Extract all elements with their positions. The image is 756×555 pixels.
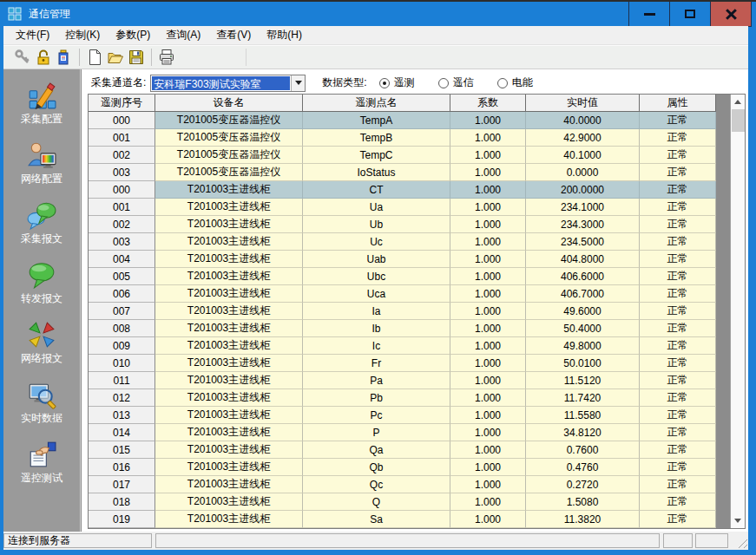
table-row[interactable]: 016T201003主进线柜Qb1.0000.4760正常 — [89, 459, 716, 476]
table-cell: 50.0100 — [526, 355, 640, 372]
unlock-button[interactable] — [33, 48, 54, 68]
table-cell: 015 — [89, 441, 155, 459]
table-row[interactable]: 001T201005变压器温控仪TempB1.00042.9000正常 — [89, 129, 716, 147]
table-body: 000T201005变压器温控仪TempA1.00040.0000正常001T2… — [89, 112, 716, 528]
sidebar-item-label: 实时数据 — [21, 411, 62, 426]
table-row[interactable]: 005T201003主进线柜Ubc1.000406.6000正常 — [89, 268, 716, 285]
table-cell: 正常 — [640, 216, 716, 233]
table-cell: 012 — [89, 389, 155, 407]
save-button[interactable] — [126, 48, 147, 68]
resize-grip[interactable] — [736, 537, 747, 548]
radio-telemetry[interactable]: 遥测 — [379, 75, 415, 90]
save-icon — [128, 49, 145, 66]
table-row[interactable]: 001T201003主进线柜Ua1.000234.1000正常 — [89, 199, 716, 216]
sidebar-item-collect-message[interactable]: 采集报文 — [3, 200, 80, 260]
table-row[interactable]: 006T201003主进线柜Uca1.000406.7000正常 — [89, 285, 716, 303]
table-cell: 1.000 — [450, 424, 526, 441]
table-row[interactable]: 008T201003主进线柜Ib1.00050.4000正常 — [89, 320, 716, 337]
menu-item-param[interactable]: 参数(P) — [108, 25, 158, 45]
column-header[interactable]: 系数 — [450, 95, 526, 112]
table-row[interactable]: 003T201005变压器温控仪IoStatus1.0000.0000正常 — [89, 164, 716, 181]
scrollbar-thumb[interactable] — [732, 109, 745, 132]
data-type-radio-group: 遥测遥信电能 — [379, 75, 556, 90]
menu-item-help[interactable]: 帮助(H) — [259, 25, 310, 45]
table-cell: 正常 — [640, 511, 716, 528]
table-cell: T201003主进线柜 — [155, 424, 303, 441]
table-cell: Fr — [303, 355, 450, 372]
table-row[interactable]: 004T201003主进线柜Uab1.000404.8000正常 — [89, 251, 716, 268]
table-row[interactable]: 015T201003主进线柜Qa1.0000.7600正常 — [89, 441, 716, 459]
column-header[interactable]: 设备名 — [155, 95, 303, 112]
table-cell: T201003主进线柜 — [155, 181, 303, 199]
table-cell: T201005变压器温控仪 — [155, 147, 303, 164]
sidebar-item-network-config[interactable]: 网络配置 — [3, 140, 80, 200]
new-file-button[interactable] — [84, 48, 105, 68]
table-cell: 1.000 — [450, 129, 526, 147]
table-row[interactable]: 007T201003主进线柜Ia1.00049.6000正常 — [89, 303, 716, 320]
table-row[interactable]: 010T201003主进线柜Fr1.00050.0100正常 — [89, 355, 716, 372]
scroll-up-button[interactable] — [731, 95, 746, 109]
combobox-dropdown-button[interactable] — [291, 75, 305, 91]
key-button[interactable] — [12, 48, 33, 68]
table-cell: 正常 — [640, 164, 716, 181]
column-header[interactable]: 遥测序号 — [89, 95, 155, 112]
menu-item-file[interactable]: 文件(F) — [8, 25, 57, 45]
table-cell: 404.8000 — [526, 251, 640, 268]
table-row[interactable]: 017T201003主进线柜Qc1.0000.2720正常 — [89, 476, 716, 493]
table-cell: 017 — [89, 476, 155, 493]
table-row[interactable]: 002T201005变压器温控仪TempC1.00040.1000正常 — [89, 147, 716, 164]
vertical-scrollbar[interactable] — [730, 95, 745, 528]
table-cell: Ua — [303, 199, 450, 216]
sidebar-item-forward-message[interactable]: 转发报文 — [3, 260, 80, 320]
table-cell: 11.7420 — [526, 389, 640, 407]
radio-circle-icon — [379, 78, 390, 88]
sidebar-item-realtime-data[interactable]: 实时数据 — [3, 380, 80, 440]
column-header[interactable]: 实时值 — [526, 95, 640, 112]
password-icon — [56, 49, 73, 66]
table-row[interactable]: 014T201003主进线柜P1.00034.8120正常 — [89, 424, 716, 441]
print-button[interactable] — [156, 48, 177, 68]
sidebar-item-collect-config[interactable]: 采集配置 — [3, 81, 80, 140]
table-cell: 1.000 — [450, 251, 526, 268]
table-cell: 50.4000 — [526, 320, 640, 337]
table-row[interactable]: 012T201003主进线柜Pb1.00011.7420正常 — [89, 389, 716, 407]
table-cell: 正常 — [640, 493, 716, 511]
table-row[interactable]: 003T201003主进线柜Uc1.000234.5000正常 — [89, 233, 716, 251]
table-cell: IoStatus — [303, 164, 450, 181]
channel-combobox[interactable]: 安科瑞F303测试实验室 — [150, 75, 306, 92]
table-row[interactable]: 002T201003主进线柜Ub1.000234.3000正常 — [89, 216, 716, 233]
table-cell: 正常 — [640, 320, 716, 337]
table-row[interactable]: 018T201003主进线柜Q1.0001.5080正常 — [89, 493, 716, 511]
table-row[interactable]: 009T201003主进线柜Ic1.00049.8000正常 — [89, 337, 716, 355]
table-cell: 0.4760 — [526, 459, 640, 476]
radio-energy[interactable]: 电能 — [497, 75, 533, 90]
forward-message-icon — [26, 260, 57, 290]
table-row[interactable]: 013T201003主进线柜Pc1.00011.5580正常 — [89, 407, 716, 424]
collect-config-icon — [26, 81, 57, 110]
table-cell: 1.000 — [450, 337, 526, 355]
close-button[interactable] — [710, 1, 752, 27]
minimize-button[interactable] — [628, 1, 670, 27]
menu-item-query[interactable]: 查询(A) — [158, 25, 208, 45]
sidebar-item-network-message[interactable]: 网络报文 — [3, 320, 80, 380]
radio-label: 电能 — [512, 75, 533, 90]
window-controls — [629, 1, 752, 27]
open-file-button[interactable] — [105, 48, 126, 68]
table-row[interactable]: 000T201005变压器温控仪TempA1.00040.0000正常 — [89, 112, 716, 129]
maximize-button[interactable] — [669, 1, 711, 27]
table-cell: 34.8120 — [526, 424, 640, 441]
menu-item-view[interactable]: 查看(V) — [208, 25, 259, 45]
arrow-down-icon — [734, 519, 741, 523]
password-button[interactable] — [54, 48, 75, 68]
table-cell: Qb — [303, 459, 450, 476]
column-header[interactable]: 属性 — [640, 95, 716, 112]
scroll-down-button[interactable] — [731, 513, 746, 528]
sidebar-item-remote-test[interactable]: 遥控测试 — [3, 440, 80, 500]
table-row[interactable]: 019T201003主进线柜Sa1.00011.3820正常 — [89, 511, 716, 528]
table-cell: 正常 — [640, 424, 716, 441]
table-row[interactable]: 000T201003主进线柜CT1.000200.0000正常 — [89, 181, 716, 199]
menu-item-control[interactable]: 控制(K) — [57, 25, 108, 45]
column-header[interactable]: 遥测点名 — [303, 95, 450, 112]
table-row[interactable]: 011T201003主进线柜Pa1.00011.5120正常 — [89, 372, 716, 389]
radio-telesignal[interactable]: 遥信 — [438, 75, 474, 90]
